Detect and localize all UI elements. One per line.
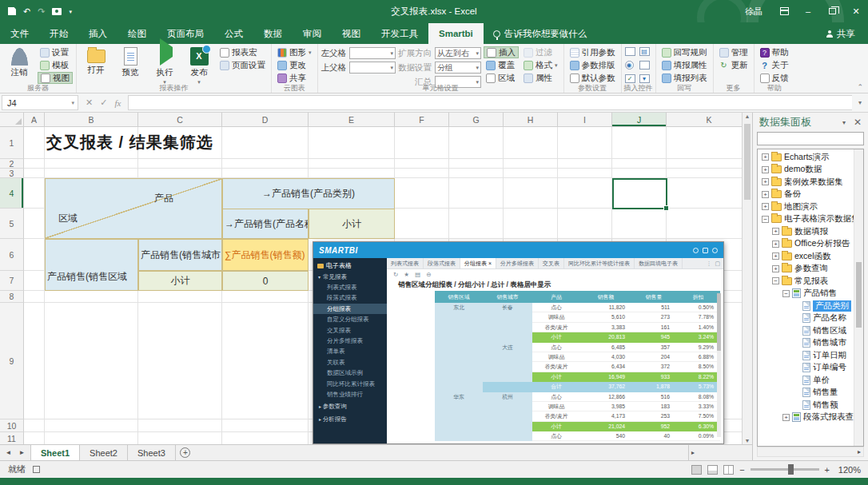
row-header[interactable]: 9 <box>0 303 24 419</box>
combobox-control-icon[interactable]: ▾ <box>639 74 650 83</box>
next-sheet-icon[interactable]: ► <box>19 449 26 456</box>
ribbon-tab[interactable]: 公式 <box>214 23 253 44</box>
sheet-cell[interactable] <box>24 169 45 178</box>
sheet-vertical-scrollbar[interactable]: ▲ ▼ <box>742 113 752 444</box>
save-icon[interactable] <box>8 7 16 15</box>
sheet-cell[interactable] <box>222 169 309 178</box>
row-header[interactable]: 7 <box>0 271 24 291</box>
chart-button[interactable]: 图形▾ <box>275 46 314 58</box>
ribbon-tab[interactable]: 数据 <box>253 23 293 44</box>
smartbi-sidebar-section[interactable]: 常见报表 <box>313 272 387 282</box>
sheet-cell[interactable] <box>309 159 395 169</box>
modify-chart-button[interactable]: 更改 <box>275 59 314 71</box>
sheet-cell[interactable] <box>667 209 752 239</box>
data-setting-combo[interactable]: 分组▾ <box>435 62 481 74</box>
tree-item[interactable]: + demo数据 <box>758 164 863 177</box>
crosstab-row-subtotal[interactable]: 小计 <box>138 271 222 291</box>
tree-item[interactable]: + 参数查询 <box>758 263 863 276</box>
share-button[interactable]: 共享 <box>814 23 868 44</box>
tree-item[interactable]: 销售城市 <box>758 337 863 350</box>
sheet-cell[interactable] <box>449 159 504 169</box>
sheet-cell[interactable] <box>222 291 309 303</box>
sheet-cell[interactable] <box>222 432 309 444</box>
row-header[interactable]: 8 <box>0 291 24 303</box>
column-header[interactable]: J <box>612 113 667 127</box>
zoom-slider[interactable] <box>751 468 819 471</box>
column-header[interactable]: D <box>222 113 309 127</box>
sheet-cell[interactable] <box>24 303 45 419</box>
format-button[interactable]: 格式▾ <box>521 59 560 71</box>
page-break-view-icon[interactable] <box>723 465 734 475</box>
name-box[interactable]: J4▾ <box>2 95 78 110</box>
enter-formula-icon[interactable]: ✓ <box>100 97 107 108</box>
smartbi-bell-icon[interactable] <box>712 248 718 253</box>
refresh-icon[interactable]: ↻ <box>393 271 398 278</box>
preview-button[interactable]: 预览 <box>114 46 146 78</box>
sheet-cell[interactable] <box>395 127 449 159</box>
overwrite-mode-button[interactable]: 覆盖 <box>484 59 519 71</box>
sheet-cell[interactable] <box>395 209 449 239</box>
normal-view-icon[interactable] <box>691 465 702 475</box>
sheet-cell[interactable] <box>138 159 222 169</box>
settings-button[interactable]: 设置 <box>38 46 73 58</box>
sheet-cell[interactable] <box>667 159 752 169</box>
panel-menu-icon[interactable]: ▾ <box>842 119 846 126</box>
sheet-cell[interactable] <box>138 291 222 303</box>
radio-control-icon[interactable]: ◉ <box>625 61 634 70</box>
column-header[interactable]: F <box>395 113 449 127</box>
zoom-level[interactable]: 120% <box>835 465 861 475</box>
smartbi-sidebar-item[interactable]: 段落式报表 <box>313 292 387 303</box>
tree-item[interactable]: + excel函数 <box>758 250 863 263</box>
sheet-horizontal-scrollbar[interactable]: ▸ <box>688 445 752 460</box>
sheet-cell[interactable] <box>24 291 45 303</box>
crosstab-col-header[interactable]: →产品销售(产品类别) <box>222 178 395 209</box>
row-header[interactable]: 10 <box>0 419 24 432</box>
fill-attr-button[interactable]: 填报属性 <box>659 59 710 71</box>
sheet-cell[interactable] <box>558 169 612 178</box>
expand-toggle-icon[interactable]: + <box>772 241 779 248</box>
tree-item[interactable]: + 案例效果数据集 <box>758 176 863 189</box>
logout-button[interactable]: 注销 <box>3 46 35 78</box>
smartbi-tab[interactable]: 列表式报表 <box>387 258 424 268</box>
expand-toggle-icon[interactable]: + <box>772 265 779 272</box>
ribbon-tab[interactable]: 开始 <box>39 23 78 44</box>
sheet-cell[interactable] <box>558 178 612 209</box>
zoom-in-icon[interactable]: + <box>825 465 830 475</box>
smartbi-tab[interactable]: 分组报表 × <box>460 258 496 268</box>
expand-toggle-icon[interactable]: − <box>772 277 779 284</box>
column-header[interactable]: I <box>558 113 612 127</box>
top-parent-combo[interactable]: ▾ <box>349 62 396 74</box>
update-button[interactable]: 更新 <box>717 59 751 71</box>
add-sheet-button[interactable]: + <box>176 445 195 460</box>
column-header[interactable]: A <box>24 113 45 127</box>
smartbi-tab[interactable]: 交叉表 <box>539 258 564 268</box>
sheet-cell[interactable] <box>612 209 667 239</box>
smartbi-sidebar-item[interactable]: 关联表 <box>313 357 387 368</box>
tree-item[interactable]: 销售区域 <box>758 324 863 337</box>
filter-button[interactable]: 过滤 <box>521 46 560 58</box>
view-toggle-button[interactable]: 视图 <box>38 72 73 84</box>
sheet-cell[interactable] <box>667 169 752 178</box>
ribbon-tab[interactable]: 文件 <box>0 23 39 44</box>
column-header[interactable]: G <box>449 113 504 127</box>
tree-item[interactable]: + 数据填报 <box>758 225 863 238</box>
sheet-cell[interactable] <box>449 169 504 178</box>
hscroll-right-icon[interactable]: ▸ <box>691 449 695 456</box>
crosstab-col-subtotal[interactable]: 小计 <box>309 209 395 239</box>
sheet-cell[interactable] <box>24 159 45 169</box>
publish-button[interactable]: 发布▾ <box>183 46 215 84</box>
fill-list-button[interactable]: 填报列表 <box>659 72 710 84</box>
sheet-cell[interactable] <box>45 432 138 444</box>
template-button[interactable]: 模板 <box>38 59 73 71</box>
row-header[interactable]: 6 <box>0 239 24 271</box>
tree-item[interactable]: 单价 <box>758 374 863 387</box>
dataset-search-input[interactable] <box>757 132 864 145</box>
insert-function-icon[interactable]: fx <box>114 98 121 108</box>
help-button[interactable]: 帮助 <box>758 46 791 58</box>
tree-scrollbar[interactable] <box>854 149 863 446</box>
smartbi-sidebar-item[interactable]: 分析报告 <box>313 414 387 424</box>
smartbi-tab[interactable]: 段落式报表 <box>424 258 460 268</box>
ribbon-tab[interactable]: 开发工具 <box>371 23 428 44</box>
row-header[interactable]: 4 <box>0 178 24 209</box>
expand-toggle-icon[interactable]: + <box>782 414 790 421</box>
